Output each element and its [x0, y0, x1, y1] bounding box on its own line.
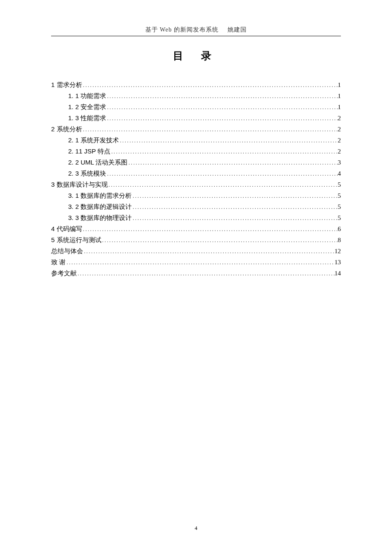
toc-entry-label: 2. 2 UML 活动关系图 [68, 157, 127, 168]
toc-leader-dots [132, 214, 337, 223]
header-title-left: 基于 Web 的新闻发布系统 [145, 26, 219, 33]
toc-entry-label: 1 需求分析 [51, 80, 82, 90]
toc-entry-label: 2. 11 JSP 特点 [68, 146, 110, 156]
toc-leader-dots [101, 236, 338, 245]
toc-entry: 2. 2 UML 活动关系图3 [51, 157, 341, 168]
document-page: 基于 Web 的新闻发布系统 姚建国 目 录 1 需求分析11. 1 功能需求1… [0, 0, 392, 278]
toc-entry: 2. 1 系统开发技术2 [51, 135, 341, 145]
toc-entry-page: 2 [338, 113, 341, 123]
toc-entry-label: 2. 1 系统开发技术 [68, 135, 119, 145]
toc-entry-label: 3. 3 数据库的物理设计 [68, 213, 132, 223]
toc-entry: 2 系统分析2 [51, 124, 341, 134]
toc-leader-dots [127, 159, 337, 168]
toc-leader-dots [77, 269, 334, 278]
toc-entry-page: 4 [338, 168, 341, 179]
toc-entry-page: 12 [334, 246, 341, 256]
header-spacer [220, 26, 226, 33]
toc-leader-dots [132, 203, 337, 212]
toc-leader-dots [82, 225, 338, 234]
toc-entry: 3. 3 数据库的物理设计5 [51, 213, 341, 223]
toc-entry: 3 数据库设计与实现5 [51, 179, 341, 190]
toc-entry: 4 代码编写6 [51, 224, 341, 234]
toc-leader-dots [106, 170, 337, 179]
toc-entry-page: 2 [338, 135, 341, 145]
toc-leader-dots [110, 147, 338, 156]
toc-entry-page: 1 [338, 80, 341, 90]
page-header: 基于 Web 的新闻发布系统 姚建国 [51, 26, 341, 34]
toc-entry-label: 致 谢 [51, 257, 66, 267]
toc-title: 目 录 [51, 49, 341, 63]
toc-entry: 致 谢13 [51, 257, 341, 267]
toc-entry: 2. 11 JSP 特点2 [51, 146, 341, 156]
toc-entry-label: 5 系统运行与测试 [51, 235, 101, 245]
toc-leader-dots [132, 192, 337, 201]
toc-leader-dots [82, 81, 338, 90]
toc-entry-label: 3. 1 数据库的需求分析 [68, 191, 132, 201]
page-number: 4 [0, 525, 392, 532]
toc-entry-label: 1. 1 功能需求 [68, 91, 106, 101]
toc-entry: 1 需求分析1 [51, 80, 341, 90]
toc-entry-label: 4 代码编写 [51, 224, 82, 234]
toc-entry: 参考文献14 [51, 268, 341, 278]
toc-entry-label: 3 数据库设计与实现 [51, 179, 108, 190]
toc-entry-label: 3. 2 数据库的逻辑设计 [68, 202, 132, 212]
toc-entry-page: 14 [334, 268, 341, 278]
toc-entry-label: 1. 3 性能需求 [68, 113, 106, 123]
toc-leader-dots [82, 125, 338, 134]
toc-entry-page: 5 [338, 179, 341, 190]
toc-entry: 1. 3 性能需求2 [51, 113, 341, 123]
toc-entry-page: 1 [338, 91, 341, 101]
toc-entry: 2. 3 系统模块4 [51, 168, 341, 179]
toc-entry-page: 6 [338, 224, 341, 234]
header-divider [51, 36, 341, 36]
toc-entry-label: 2. 3 系统模块 [68, 168, 106, 179]
toc-entry-page: 13 [334, 257, 341, 267]
header-title-right: 姚建国 [228, 26, 247, 33]
toc-entry-label: 1. 2 安全需求 [68, 102, 106, 112]
toc-entry-page: 5 [338, 213, 341, 223]
toc-leader-dots [83, 247, 334, 256]
toc-entry-page: 2 [338, 124, 341, 134]
toc-entry: 3. 2 数据库的逻辑设计5 [51, 202, 341, 212]
toc-leader-dots [106, 92, 337, 101]
toc-entry: 1. 2 安全需求1 [51, 102, 341, 112]
toc-entry: 3. 1 数据库的需求分析5 [51, 191, 341, 201]
toc-leader-dots [106, 103, 337, 112]
toc-entry: 总结与体会12 [51, 246, 341, 256]
toc-entry-label: 总结与体会 [51, 246, 83, 256]
toc-leader-dots [66, 258, 334, 267]
toc-entry-page: 3 [338, 157, 341, 168]
toc-entry-page: 5 [338, 191, 341, 201]
toc-entry-page: 5 [338, 202, 341, 212]
toc-leader-dots [106, 114, 337, 123]
table-of-contents: 1 需求分析11. 1 功能需求11. 2 安全需求11. 3 性能需求22 系… [51, 80, 341, 278]
toc-entry-page: 1 [338, 102, 341, 112]
toc-entry: 5 系统运行与测试8 [51, 235, 341, 245]
toc-entry-page: 2 [338, 146, 341, 156]
toc-entry-label: 2 系统分析 [51, 124, 82, 134]
toc-entry: 1. 1 功能需求1 [51, 91, 341, 101]
toc-entry-label: 参考文献 [51, 268, 77, 278]
toc-leader-dots [119, 136, 337, 145]
toc-leader-dots [108, 181, 338, 190]
toc-entry-page: 8 [338, 235, 341, 245]
